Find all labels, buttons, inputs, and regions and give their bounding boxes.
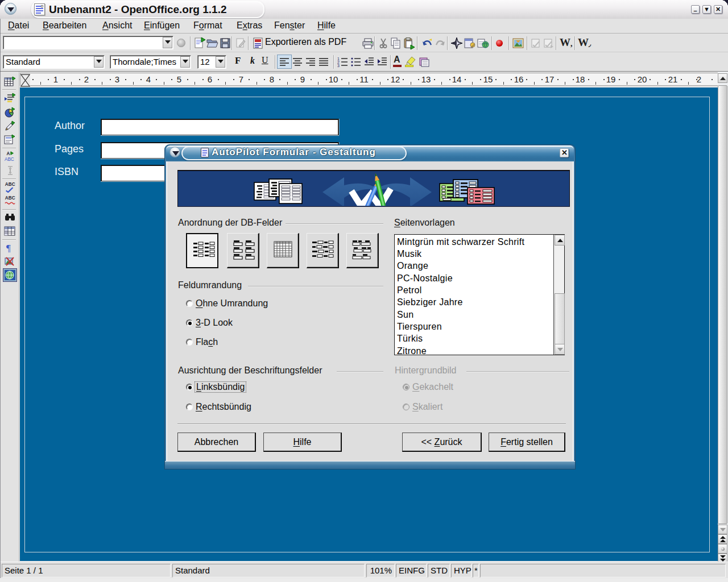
svg-text:¶: ¶: [6, 243, 11, 253]
svg-text:ABC: ABC: [5, 182, 15, 187]
svg-text:ABC: ABC: [5, 196, 15, 201]
svg-text:3: 3: [337, 64, 340, 68]
svg-text:A: A: [7, 151, 10, 156]
svg-text:ABC: ABC: [5, 157, 14, 162]
